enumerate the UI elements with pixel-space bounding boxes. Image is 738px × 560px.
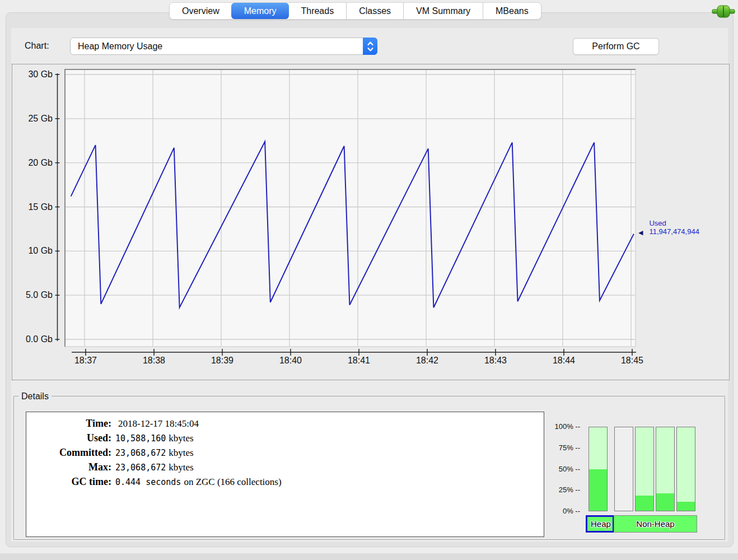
usage-bar-non-heap-pool-1 [614, 427, 633, 511]
used-annotation-label: Used [649, 219, 699, 227]
chevron-up-down-icon[interactable] [363, 38, 377, 55]
chart-select-label: Chart: [25, 41, 49, 51]
memory-tab-panel: Chart: Heap Memory Usage Perform GC 30 G… [6, 12, 734, 547]
detail-text: on ZGC (166 collections) [184, 477, 281, 487]
usage-bar-non-heap-pool-2 [635, 427, 654, 511]
detail-text: 2018-12-17 18:45:04 [118, 418, 199, 429]
usage-scale-label: 25% -- [545, 485, 580, 495]
detail-row-gc-time: GC time:0.444 secondson ZGC (166 collect… [26, 474, 544, 489]
detail-row-max: Max:23,068,672kbytes [26, 460, 544, 474]
x-axis-tick-label: 18:44 [544, 355, 583, 366]
usage-scale-label: 0% -- [545, 506, 580, 516]
chart-panel: 30 Gb25 Gb20 Gb15 Gb10 Gb5.0 Gb0.0 Gb 18… [12, 64, 730, 380]
window-bottom-strip [0, 553, 738, 560]
connection-icon [712, 4, 735, 18]
tab-mbeans[interactable]: MBeans [483, 3, 541, 19]
x-axis-tick-label: 18:41 [339, 355, 379, 366]
details-text-panel: Time:2018-12-17 18:45:04 Used:10,588,160… [26, 412, 544, 537]
chart-select-value: Heap Memory Usage [71, 41, 363, 52]
perform-gc-button[interactable]: Perform GC [573, 38, 659, 55]
usage-scale-label: 75% -- [545, 443, 580, 453]
detail-label: Time: [26, 416, 111, 431]
tab-classes[interactable]: Classes [346, 3, 403, 19]
detail-num: 23,068,672 [115, 448, 166, 458]
used-annotation: ◀ Used 11,947,474,944 [638, 219, 699, 237]
tab-threads[interactable]: Threads [288, 3, 346, 19]
usage-bar-fill [656, 493, 674, 511]
detail-label: GC time: [26, 474, 111, 489]
non-heap-button[interactable]: Non-Heap [614, 515, 697, 533]
heap-button[interactable]: Heap [586, 515, 614, 533]
chart-select[interactable]: Heap Memory Usage [70, 38, 377, 55]
tab-overview[interactable]: Overview [170, 3, 232, 19]
detail-text: kbytes [169, 447, 193, 458]
y-axis-tick-label: 30 Gb [13, 69, 53, 80]
x-axis-tick-label: 18:45 [613, 355, 652, 366]
usage-bar-fill [589, 469, 607, 511]
usage-scale-label: 100% -- [545, 422, 580, 432]
detail-row-used: Used:10,588,160kbytes [26, 431, 544, 445]
detail-row-committed: Committed:23,068,672kbytes [26, 445, 544, 460]
detail-num: 23,068,672 [115, 463, 166, 473]
usage-scale-label: 50% -- [545, 464, 580, 474]
detail-label: Committed: [26, 445, 111, 460]
memory-tab-content: Chart: Heap Memory Usage Perform GC 30 G… [11, 27, 728, 542]
plot-area [64, 69, 636, 347]
y-axis-tick-label: 20 Gb [13, 157, 53, 169]
y-axis [55, 64, 63, 350]
heap-usage-line-chart [66, 70, 635, 346]
detail-text: kbytes [169, 433, 193, 444]
usage-bar-fill [677, 502, 695, 511]
usage-bar-heap [588, 427, 608, 511]
x-axis-tick-label: 18:43 [476, 355, 515, 366]
tab-vm-summary[interactable]: VM Summary [403, 3, 483, 19]
detail-label: Max: [26, 460, 111, 474]
usage-bar-fill [636, 496, 653, 511]
y-axis-tick-label: 5.0 Gb [13, 290, 53, 301]
tab-memory[interactable]: Memory [231, 3, 289, 19]
detail-row-time: Time:2018-12-17 18:45:04 [26, 416, 544, 431]
memory-usage-bars [588, 427, 695, 511]
usage-bar-non-heap-pool-3 [656, 427, 675, 511]
detail-num: 0.444 seconds [115, 477, 181, 487]
detail-text: kbytes [169, 462, 193, 473]
x-axis-tick-label: 18:40 [271, 355, 310, 366]
x-axis-tick-label: 18:37 [66, 355, 105, 366]
details-section: Details Time:2018-12-17 18:45:04 Used:10… [13, 391, 726, 540]
y-axis-tick-label: 15 Gb [13, 202, 53, 213]
x-axis-tick-label: 18:42 [408, 355, 447, 366]
detail-num: 10,588,160 [115, 433, 166, 444]
used-annotation-value: 11,947,474,944 [649, 227, 699, 236]
details-title: Details [18, 391, 52, 402]
y-axis-tick-label: 25 Gb [13, 113, 53, 124]
x-axis-tick-label: 18:38 [134, 355, 174, 366]
tab-bar: Overview Memory Threads Classes VM Summa… [169, 2, 541, 20]
usage-bar-non-heap-pool-4 [676, 427, 695, 511]
left-pointer-icon: ◀ [638, 228, 643, 237]
detail-label: Used: [26, 431, 111, 445]
x-axis-tick-label: 18:39 [203, 355, 242, 366]
y-axis-tick-label: 10 Gb [13, 245, 53, 256]
y-axis-tick-label: 0.0 Gb [13, 334, 53, 345]
